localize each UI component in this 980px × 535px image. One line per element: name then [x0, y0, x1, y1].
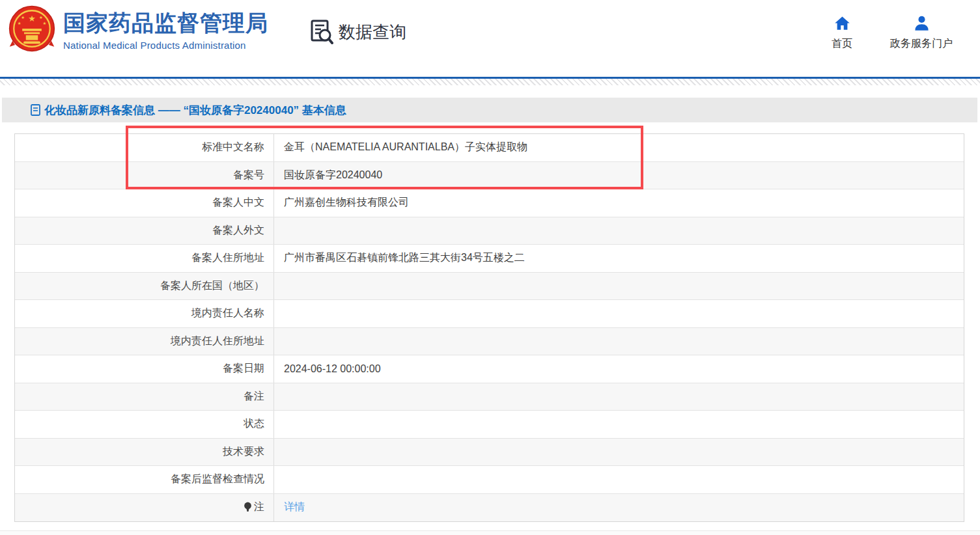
row-value: 详情 [274, 494, 964, 522]
document-icon [31, 104, 40, 116]
row-label: 备案人中文 [15, 189, 274, 217]
org-title: 国家药品监督管理局 [63, 10, 268, 36]
svg-text:★: ★ [39, 15, 43, 20]
row-label-text: 备注 [244, 390, 264, 404]
national-emblem-logo: ★ ★ ★ ★ ★ [8, 4, 56, 53]
svg-text:★: ★ [28, 14, 36, 23]
table-row: 标准中文名称 金耳（NAEMATELIA AURANTIALBA）子实体提取物 [15, 134, 964, 162]
nav-item-label: 政务服务门户 [890, 37, 953, 51]
row-label: 状态 [15, 411, 274, 438]
table-row: 备注 [15, 383, 964, 411]
table-row: 备案人住所地址 广州市番禺区石碁镇前锋北路三其大街34号五楼之二 [15, 245, 964, 273]
row-label-text: 技术要求 [223, 445, 264, 459]
table-row: 备案日期 2024-06-12 00:00:00 [15, 355, 964, 383]
svg-text:★: ★ [21, 15, 25, 20]
page-title-bar: 化妆品新原料备案信息 —— “国妆原备字20240040” 基本信息 [2, 98, 977, 122]
row-label: 备案日期 [15, 355, 274, 383]
nav-item-home[interactable]: 首页 [832, 14, 852, 51]
home-icon [833, 14, 851, 32]
row-label-text: 备案日期 [223, 362, 264, 376]
row-value [274, 466, 964, 493]
row-value: 国妆原备字20240040 [274, 162, 964, 189]
detail-link[interactable]: 详情 [284, 501, 305, 514]
table-row: 备案号 国妆原备字20240040 [15, 162, 964, 190]
row-value: 广州市番禺区石碁镇前锋北路三其大街34号五楼之二 [274, 245, 964, 272]
row-label: 备案人外文 [15, 217, 274, 245]
row-label: 境内责任人名称 [15, 300, 274, 327]
row-label: 标准中文名称 [15, 134, 274, 161]
row-value [274, 411, 964, 438]
row-value [274, 273, 964, 300]
row-value [274, 300, 964, 327]
row-label-text: 备案号 [233, 169, 264, 182]
row-label: 备案人所在国（地区） [15, 273, 274, 300]
row-label-text: 备案人住所地址 [191, 251, 264, 265]
row-value: 2024-06-12 00:00:00 [274, 355, 964, 383]
svg-text:★: ★ [18, 21, 21, 25]
data-query-label: 数据查询 [339, 21, 406, 44]
row-value-text: 广州嘉创生物科技有限公司 [284, 196, 409, 210]
row-label-text: 备案人中文 [212, 196, 264, 210]
page-bottom-strip [0, 530, 980, 535]
nav-item-label: 首页 [832, 37, 852, 51]
row-value [274, 217, 964, 245]
row-label: 备案人住所地址 [15, 245, 274, 272]
table-row: 备案后监督检查情况 [15, 466, 964, 494]
top-nav: 首页 政务服务门户 [832, 14, 953, 51]
table-row: 备案人中文 广州嘉创生物科技有限公司 [15, 189, 964, 217]
row-label: 备案后监督检查情况 [15, 466, 274, 493]
user-icon [913, 14, 931, 32]
row-label-text: 备案人所在国（地区） [160, 279, 264, 293]
table-row: 境内责任人住所地址 [15, 328, 964, 356]
row-label-text: 标准中文名称 [202, 141, 264, 154]
row-label: 备案号 [15, 162, 274, 189]
page-title: 化妆品新原料备案信息 —— “国妆原备字20240040” 基本信息 [44, 103, 346, 118]
org-subtitle: National Medical Products Administration [63, 40, 268, 51]
row-value [274, 328, 964, 355]
table-row: 境内责任人名称 [15, 300, 964, 328]
row-label: 技术要求 [15, 439, 274, 466]
row-label: 境内责任人住所地址 [15, 328, 274, 355]
row-label-text: 备案后监督检查情况 [171, 473, 264, 486]
row-value-text: 国妆原备字20240040 [284, 169, 382, 182]
row-label-text: 状态 [244, 417, 264, 431]
row-value-text: 广州市番禺区石碁镇前锋北路三其大街34号五楼之二 [284, 251, 525, 265]
row-value: 金耳（NAEMATELIA AURANTIALBA）子实体提取物 [274, 134, 964, 161]
row-label: 注 [15, 494, 274, 522]
registration-info-table: 标准中文名称 金耳（NAEMATELIA AURANTIALBA）子实体提取物 … [14, 133, 964, 522]
table-row: 状态 [15, 411, 964, 439]
org-title-block: 国家药品监督管理局 National Medical Products Admi… [63, 10, 268, 51]
row-label-text: 备案人外文 [212, 224, 264, 238]
row-label-text: 注 [254, 501, 264, 514]
nav-item-portal[interactable]: 政务服务门户 [890, 14, 953, 51]
row-label-text: 境内责任人名称 [191, 307, 264, 320]
data-query-section[interactable]: 数据查询 [310, 20, 406, 44]
row-value [274, 439, 964, 466]
svg-text:★: ★ [43, 21, 47, 25]
table-row: 备案人外文 [15, 217, 964, 245]
row-value-text: 2024-06-12 00:00:00 [284, 363, 381, 375]
row-value-text: 金耳（NAEMATELIA AURANTIALBA）子实体提取物 [284, 141, 527, 154]
table-row: 备案人所在国（地区） [15, 273, 964, 301]
site-header: ★ ★ ★ ★ ★ 国家药品监督管理局 National Medical Pro… [0, 0, 980, 77]
row-label-text: 境内责任人住所地址 [171, 335, 264, 348]
table-row: 技术要求 [15, 439, 964, 467]
row-label: 备注 [15, 383, 274, 411]
row-value: 广州嘉创生物科技有限公司 [274, 189, 964, 217]
bulb-icon [244, 502, 252, 513]
hatch-stripe-band [0, 79, 980, 85]
data-query-icon [310, 20, 333, 44]
row-value [274, 383, 964, 411]
table-row: 注 详情 [15, 494, 964, 522]
